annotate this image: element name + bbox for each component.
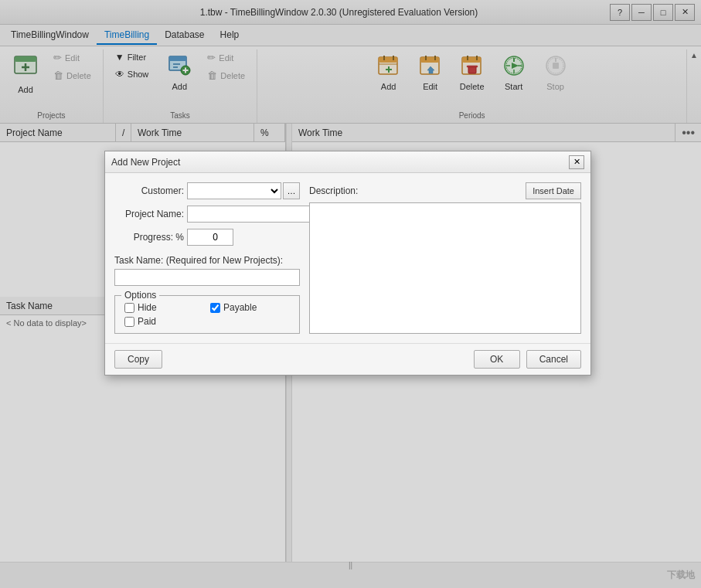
add-new-project-dialog: Add New Project ✕ Customer: … [104, 151, 591, 376]
options-group: Options Hide Payable Paid [114, 295, 300, 334]
description-label: Description: [309, 185, 358, 196]
customer-browse-button[interactable]: … [283, 182, 300, 199]
dialog-title-bar: Add New Project ✕ [105, 151, 590, 173]
copy-button[interactable]: Copy [114, 350, 162, 369]
project-name-row: Project Name: [114, 206, 300, 223]
hide-checkbox[interactable] [124, 303, 134, 313]
customer-label: Customer: [114, 185, 184, 196]
dialog-footer: Copy OK Cancel [105, 343, 590, 375]
payable-label[interactable]: Payable [223, 302, 257, 313]
payable-checkbox[interactable] [210, 303, 220, 313]
dialog-close-button[interactable]: ✕ [569, 155, 584, 169]
customer-row: Customer: … [114, 182, 300, 199]
paid-checkbox[interactable] [124, 317, 134, 327]
task-name-input[interactable] [114, 269, 300, 286]
dialog-title: Add New Project [111, 157, 180, 168]
dialog-overlay: Add New Project ✕ Customer: … [0, 0, 701, 588]
customer-select[interactable] [187, 182, 281, 199]
insert-date-button[interactable]: Insert Date [526, 182, 581, 199]
paid-label[interactable]: Paid [138, 316, 156, 327]
dialog-body: Customer: … Project Name: Progress: % [105, 173, 590, 343]
paid-checkbox-row: Paid [124, 316, 204, 327]
project-name-label: Project Name: [114, 209, 184, 219]
options-grid: Hide Payable Paid [124, 302, 290, 327]
options-legend: Options [121, 290, 159, 301]
description-header: Description: Insert Date [309, 182, 581, 199]
progress-input[interactable] [187, 229, 233, 246]
dialog-description: Description: Insert Date [309, 182, 581, 334]
hide-label[interactable]: Hide [138, 302, 157, 313]
progress-label: Progress: % [114, 232, 184, 243]
project-name-input[interactable] [187, 206, 311, 223]
dialog-ok-cancel: OK Cancel [474, 350, 581, 369]
progress-row: Progress: % [114, 229, 300, 246]
cancel-button[interactable]: Cancel [526, 350, 581, 369]
task-name-section: Task Name: (Required for New Projects): [114, 255, 300, 286]
task-name-label: Task Name: (Required for New Projects): [114, 255, 300, 266]
description-textarea[interactable] [309, 202, 581, 334]
ok-button[interactable]: OK [474, 350, 520, 369]
dialog-form: Customer: … Project Name: Progress: % [114, 182, 300, 334]
payable-checkbox-row: Payable [210, 302, 290, 313]
customer-select-wrapper: … [187, 182, 300, 199]
hide-checkbox-row: Hide [124, 302, 204, 313]
